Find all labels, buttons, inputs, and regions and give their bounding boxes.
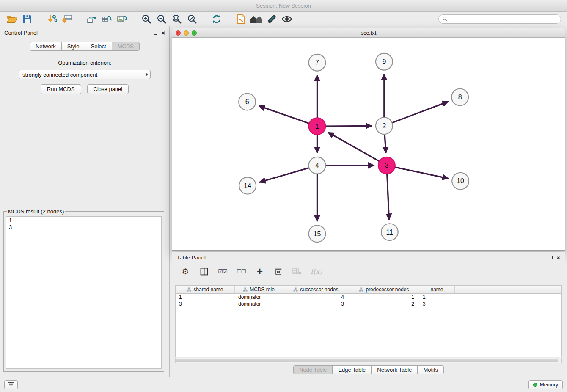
apply-layout-button[interactable] [209,13,224,25]
graph-edge-3-10[interactable] [387,166,449,179]
import-table-button[interactable] [59,13,74,25]
show-columns-button[interactable] [199,265,209,278]
graph-node-7[interactable]: 7 [309,54,326,71]
graph-node-label: 9 [382,58,386,65]
float-panel-icon[interactable] [154,31,157,35]
status-bar: Memory [0,377,567,392]
network-canvas[interactable]: 7968124314101511 [172,38,565,250]
search-input[interactable] [450,16,557,22]
import-network-button[interactable] [44,13,59,25]
zoom-out-button[interactable] [154,13,169,25]
tab-network-table[interactable]: Network Table [371,365,418,374]
graph-node-label: 1 [315,123,319,130]
table-row[interactable]: 3 dominator 3 2 3 [176,301,561,307]
show-hide-button[interactable] [279,13,295,25]
graph-edge-4-14[interactable] [259,166,317,182]
graph-node-9[interactable]: 9 [376,53,393,70]
column-type-icon [359,287,363,292]
graph-node-15[interactable]: 15 [309,225,326,242]
zoom-selected-button[interactable] [184,13,200,25]
delete-column-button[interactable] [273,265,284,278]
export-image-icon [117,14,127,24]
tab-mcds[interactable]: MCDS [112,42,140,51]
close-panel-button[interactable]: Close panel [87,84,129,94]
import-table-icon [62,14,72,24]
graph-node-6[interactable]: 6 [239,93,256,110]
refresh-icon [212,14,222,24]
network-document-icon [237,14,246,24]
tab-network[interactable]: Network [30,42,62,51]
home-button[interactable] [249,13,264,25]
function-builder-button[interactable]: f(x) [311,265,322,278]
scrollbar-thumb[interactable] [176,359,558,362]
close-panel-icon[interactable]: × [161,30,165,36]
table-settings-button[interactable]: ⚙ [180,265,190,278]
network-window-titlebar[interactable]: × − + scc.txt [172,28,565,38]
window-title: Session: New Session [256,3,311,9]
minimize-window-button[interactable]: − [184,30,189,36]
column-header-mcds-role[interactable]: MCDS role [235,286,283,293]
graph-node-label: 8 [458,94,462,101]
tab-edge-table[interactable]: Edge Table [332,365,372,374]
column-header-predecessor-nodes[interactable]: predecessor nodes [349,286,419,293]
float-table-panel-icon[interactable] [549,256,553,259]
open-session-button[interactable] [4,13,19,25]
tab-style[interactable]: Style [61,42,85,51]
graph-node-14[interactable]: 14 [239,177,256,194]
result-item[interactable]: 1 [6,217,161,224]
style-paint-button[interactable] [264,13,279,25]
mcds-result-list[interactable]: 1 3 [6,216,162,369]
delete-table-button[interactable] [292,265,302,278]
graph-node-10[interactable]: 10 [452,173,469,190]
network-graph[interactable]: 7968124314101511 [172,38,565,250]
column-header-successor-nodes[interactable]: successor nodes [283,286,349,293]
table-header-row: shared name MCDS role successor nodes pr… [176,286,561,294]
main-toolbar [0,12,567,26]
graph-node-8[interactable]: 8 [451,89,468,106]
save-session-button[interactable] [19,13,35,25]
graph-edge-2-8[interactable] [384,102,449,126]
window-titlebar[interactable]: Session: New Session [0,0,567,12]
table-horizontal-scrollbar[interactable] [175,358,562,363]
result-item[interactable]: 3 [6,224,161,231]
create-column-button[interactable]: + [255,265,265,278]
checked-boxes-icon: ☑☑ [218,268,227,275]
column-header-name[interactable]: name [419,286,455,293]
control-panel-header: Control Panel × [0,26,169,39]
delete-table-icon [292,268,302,275]
table-panel-title: Table Panel [177,254,206,261]
graph-node-4[interactable]: 4 [309,157,326,174]
graph-node-11[interactable]: 11 [381,224,398,240]
zoom-fit-button[interactable] [169,13,184,25]
column-header-shared-name[interactable]: shared name [176,286,235,293]
export-table-button[interactable] [99,13,114,25]
run-mcds-button[interactable]: Run MCDS [41,84,81,94]
new-network-view-button[interactable] [84,13,99,25]
unselect-all-columns-button[interactable]: ☐☐ [236,265,246,278]
table-row[interactable]: 1 dominator 4 1 1 [176,294,561,301]
list-icon [8,382,14,387]
column-type-icon [187,287,191,292]
show-panel-list-button[interactable] [4,380,18,389]
criterion-dropdown[interactable]: strongly connected component ▴▾ [19,70,151,79]
graph-node-2[interactable]: 2 [376,117,393,134]
tab-node-table[interactable]: Node Table [293,365,333,374]
network-document-button[interactable] [234,13,249,25]
graph-edge-1-6[interactable] [259,106,317,126]
tab-select[interactable]: Select [85,42,112,51]
memory-button[interactable]: Memory [528,380,563,389]
close-table-panel-icon[interactable]: × [556,254,560,261]
graph-node-3[interactable]: 3 [378,157,395,174]
table-toolbar: ⚙ ☑☑ ☐☐ + [172,262,565,280]
plus-icon: + [257,267,263,275]
node-table: shared name MCDS role successor nodes pr… [175,285,562,357]
gear-icon: ⚙ [182,268,189,276]
graph-edge-3-1[interactable] [328,132,387,165]
close-window-button[interactable]: × [176,30,181,36]
export-image-button[interactable] [114,13,129,25]
zoom-in-button[interactable] [139,13,154,25]
graph-node-1[interactable]: 1 [309,118,326,135]
maximize-window-button[interactable]: + [192,30,197,36]
select-all-columns-button[interactable]: ☑☑ [217,265,228,278]
tab-motifs[interactable]: Motifs [417,365,444,374]
